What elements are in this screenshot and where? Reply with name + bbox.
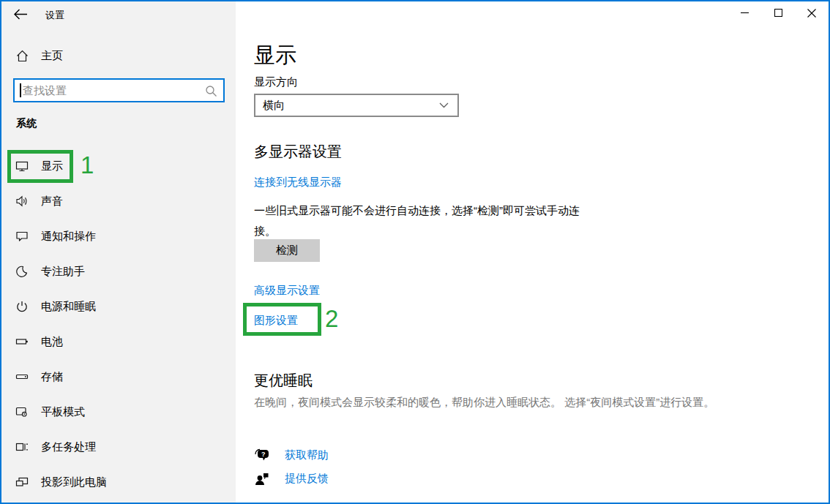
maximize-icon <box>774 9 782 17</box>
sidebar-item-tablet-mode[interactable]: 平板模式 <box>1 394 236 429</box>
project-screens-icon <box>15 475 29 489</box>
tablet-icon <box>15 405 29 418</box>
sidebar-item-multitasking[interactable]: 多任务处理 <box>1 429 236 464</box>
crescent-moon-icon <box>15 265 29 278</box>
sidebar-item-display[interactable]: 显示 <box>1 148 236 184</box>
back-button[interactable] <box>13 8 29 21</box>
sleep-better-heading: 更优睡眠 <box>254 371 313 391</box>
graphics-settings-link[interactable]: 图形设置 <box>254 314 298 328</box>
feedback-person-icon <box>254 471 270 486</box>
svg-text:?: ? <box>261 451 266 458</box>
settings-window: 设置 主页 系统 <box>0 0 830 504</box>
display-monitor-icon <box>15 159 29 173</box>
sidebar-item-label: 投影到此电脑 <box>41 475 107 489</box>
get-help-link[interactable]: ? 获取帮助 <box>254 448 329 462</box>
close-icon <box>807 9 816 18</box>
search-input[interactable] <box>15 80 223 101</box>
feedback-link[interactable]: 提供反馈 <box>254 471 329 486</box>
speech-bubble-icon <box>15 230 29 243</box>
search-box[interactable] <box>13 78 225 102</box>
orientation-selected-value: 横向 <box>263 99 285 113</box>
window-controls <box>728 1 829 24</box>
power-icon <box>15 300 29 313</box>
multitask-windows-icon <box>15 440 29 454</box>
sidebar-item-battery[interactable]: 电池 <box>1 324 236 359</box>
detect-button[interactable]: 检测 <box>254 239 320 262</box>
sidebar-item-power-sleep[interactable]: 电源和睡眠 <box>1 289 236 324</box>
orientation-label: 显示方向 <box>254 75 298 89</box>
sidebar-item-label: 显示 <box>41 159 63 173</box>
minimize-button[interactable] <box>728 1 761 24</box>
back-arrow-icon <box>13 8 29 20</box>
sidebar-item-label: 通知和操作 <box>41 230 96 244</box>
sidebar-item-label: 专注助手 <box>41 265 85 279</box>
sidebar-nav: 显示 声音 通知和操作 <box>1 148 236 500</box>
sidebar-item-focus-assist[interactable]: 专注助手 <box>1 254 236 289</box>
sidebar-item-sound[interactable]: 声音 <box>1 184 236 219</box>
get-help-label: 获取帮助 <box>285 448 329 462</box>
sidebar-item-label: 多任务处理 <box>41 440 96 454</box>
speaker-icon <box>15 195 29 208</box>
storage-drive-icon <box>15 370 29 383</box>
help-bubble-icon: ? <box>254 448 270 462</box>
page-title: 显示 <box>254 41 296 70</box>
minimize-icon <box>741 9 749 17</box>
home-label: 主页 <box>41 49 63 63</box>
maximize-button[interactable] <box>761 1 795 24</box>
sidebar-item-label: 电源和睡眠 <box>41 300 96 314</box>
sidebar-item-label: 声音 <box>41 195 63 208</box>
sidebar-section-system: 系统 <box>16 117 37 130</box>
sidebar-item-storage[interactable]: 存储 <box>1 359 236 394</box>
chevron-down-icon <box>439 102 449 108</box>
home-icon <box>15 49 29 62</box>
sidebar-item-label: 电池 <box>41 335 63 349</box>
app-title: 设置 <box>45 9 64 22</box>
sidebar-item-label: 平板模式 <box>41 405 85 419</box>
sidebar: 设置 主页 系统 <box>1 1 236 503</box>
detect-description: 一些旧式显示器可能不会进行自动连接，选择“检测”即可尝试手动连接。 <box>254 200 598 241</box>
sidebar-item-notifications[interactable]: 通知和操作 <box>1 219 236 254</box>
main-content: 显示 显示方向 横向 多显示器设置 连接到无线显示器 一些旧式显示器可能不会进行… <box>236 1 829 503</box>
close-button[interactable] <box>795 1 829 24</box>
sidebar-item-projecting[interactable]: 投影到此电脑 <box>1 464 236 500</box>
sidebar-item-home[interactable]: 主页 <box>1 45 236 67</box>
orientation-dropdown[interactable]: 横向 <box>254 94 459 117</box>
advanced-display-link[interactable]: 高级显示设置 <box>254 284 320 298</box>
feedback-label: 提供反馈 <box>285 472 329 486</box>
sidebar-item-label: 存储 <box>41 370 63 384</box>
text-caret <box>20 83 21 97</box>
wireless-display-link[interactable]: 连接到无线显示器 <box>254 176 342 189</box>
search-icon[interactable] <box>205 85 217 97</box>
battery-icon <box>15 335 29 348</box>
multi-display-heading: 多显示器设置 <box>254 142 342 162</box>
night-light-description: 在晚间，夜间模式会显示较柔和的暖色，帮助你进入睡眠状态。 选择“夜间模式设置”进… <box>254 396 766 410</box>
